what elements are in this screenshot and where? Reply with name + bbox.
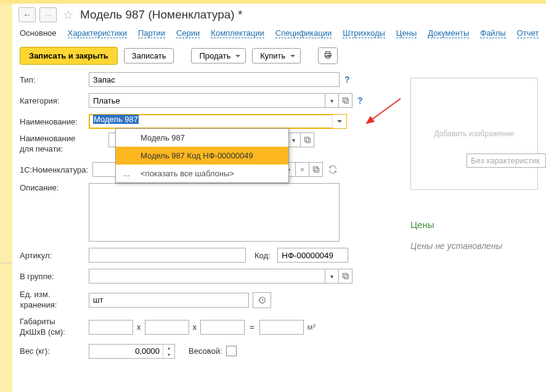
- name-dropdown-list: Модель 987 Модель 987 Код НФ-00000049 <п…: [115, 128, 289, 183]
- tab-main[interactable]: Основное: [20, 28, 57, 38]
- unit-input[interactable]: [89, 293, 249, 308]
- name-dropdown-option-1[interactable]: Модель 987: [116, 129, 288, 147]
- svg-rect-7: [343, 274, 347, 278]
- open-external-icon: [304, 136, 311, 144]
- tab-reports[interactable]: Отчет: [517, 28, 539, 38]
- category-open-button[interactable]: [339, 93, 352, 108]
- name-print-open-button[interactable]: [301, 133, 314, 147]
- tab-documents[interactable]: Документы: [428, 28, 469, 38]
- category-help-icon[interactable]: ?: [357, 96, 363, 105]
- tab-parties[interactable]: Партии: [138, 28, 165, 38]
- tab-barcodes[interactable]: Штрихкоды: [343, 28, 385, 38]
- group-open-button[interactable]: [339, 269, 352, 284]
- weight-flag-label: Весовой:: [189, 346, 222, 356]
- svg-rect-3: [343, 98, 347, 102]
- name-label: Наименование:: [20, 117, 89, 126]
- svg-rect-6: [313, 167, 317, 171]
- category-dropdown-button[interactable]: ▾: [325, 93, 339, 108]
- article-input[interactable]: [89, 248, 246, 263]
- nomenclature-open-button[interactable]: [309, 162, 323, 177]
- name-print-label-1: Наименование: [20, 134, 89, 144]
- characteristics-select[interactable]: Без характеристик: [467, 153, 546, 168]
- page-title: Модель 987 (Номенклатура) *: [80, 8, 242, 22]
- weight-spinner[interactable]: ▲▼: [163, 345, 174, 358]
- code-label: Код:: [255, 251, 271, 260]
- name-dropdown-show-all[interactable]: <показать все шаблоны>: [116, 165, 288, 182]
- buy-dropdown-button[interactable]: Купить: [252, 48, 301, 63]
- save-button[interactable]: Записать: [124, 48, 174, 63]
- dims-label-1: Габариты: [20, 317, 89, 327]
- tab-files[interactable]: Файлы: [480, 28, 505, 38]
- weight-label: Вес (кг):: [20, 346, 89, 356]
- name-print-label-2: для печати:: [20, 144, 89, 155]
- category-input[interactable]: [89, 93, 325, 108]
- unit-history-button[interactable]: [253, 292, 271, 308]
- nomenclature-label: 1С:Номенклатура:: [20, 165, 92, 174]
- open-external-icon: [312, 166, 320, 173]
- type-input[interactable]: [89, 72, 340, 87]
- unit-label-1: Ед. изм.: [20, 290, 89, 300]
- tab-series[interactable]: Серии: [176, 28, 200, 38]
- description-label: Описание:: [20, 183, 89, 192]
- tab-complect[interactable]: Комплектации: [211, 28, 264, 38]
- nomenclature-clear-button[interactable]: ×: [296, 162, 309, 177]
- tabs-bar: Основное Характеристики Партии Серии Ком…: [12, 26, 546, 43]
- dim-x2: x: [193, 322, 197, 332]
- group-label: В группе:: [20, 272, 89, 281]
- image-placeholder[interactable]: Добавить изображение: [410, 78, 538, 190]
- tab-prices[interactable]: Цены: [396, 28, 417, 38]
- type-help-icon[interactable]: ?: [344, 75, 350, 84]
- no-prices-text: Цены не установлены: [410, 241, 540, 251]
- open-external-icon: [342, 97, 349, 104]
- unit-cubic-meter: м³: [308, 322, 316, 332]
- code-input[interactable]: [277, 248, 348, 263]
- dim-x1: x: [137, 322, 141, 332]
- dim-height-input[interactable]: [200, 320, 245, 335]
- tab-specs[interactable]: Спецификации: [275, 28, 332, 38]
- sync-icon[interactable]: [327, 163, 339, 176]
- nav-forward-button[interactable]: →: [39, 7, 57, 22]
- clock-back-icon: [258, 296, 266, 304]
- nav-back-button[interactable]: ←: [18, 7, 36, 22]
- type-label: Тип:: [20, 75, 89, 84]
- sell-dropdown-button[interactable]: Продать: [191, 48, 246, 63]
- favorite-star-icon[interactable]: ☆: [63, 7, 74, 22]
- name-dropdown-button[interactable]: [332, 115, 346, 128]
- dim-length-input[interactable]: [89, 320, 133, 335]
- weight-flag-checkbox[interactable]: [226, 346, 237, 356]
- article-label: Артикул:: [20, 251, 89, 260]
- printer-icon: [324, 51, 332, 59]
- dim-width-input[interactable]: [145, 320, 189, 335]
- name-dropdown-option-2[interactable]: Модель 987 Код НФ-00000049: [116, 147, 288, 165]
- tab-characteristics[interactable]: Характеристики: [68, 28, 127, 38]
- dim-equals: =: [250, 322, 255, 332]
- description-textarea[interactable]: [89, 183, 340, 242]
- group-input[interactable]: [89, 269, 325, 284]
- group-dropdown-button[interactable]: ▾: [325, 269, 339, 284]
- category-label: Категория:: [20, 96, 89, 105]
- svg-rect-5: [304, 137, 309, 142]
- name-print-dropdown-button[interactable]: ▾: [287, 133, 301, 147]
- dims-label-2: ДхШхВ (см):: [20, 327, 89, 338]
- print-dropdown-button[interactable]: [318, 47, 338, 64]
- dim-volume-input[interactable]: [259, 320, 304, 335]
- prices-heading: Цены: [410, 219, 540, 230]
- name-input[interactable]: Модель 987: [89, 115, 332, 128]
- save-and-close-button[interactable]: Записать и закрыть: [20, 47, 118, 65]
- unit-label-2: хранения:: [20, 300, 89, 311]
- open-external-icon: [342, 272, 349, 280]
- weight-input[interactable]: [89, 344, 175, 359]
